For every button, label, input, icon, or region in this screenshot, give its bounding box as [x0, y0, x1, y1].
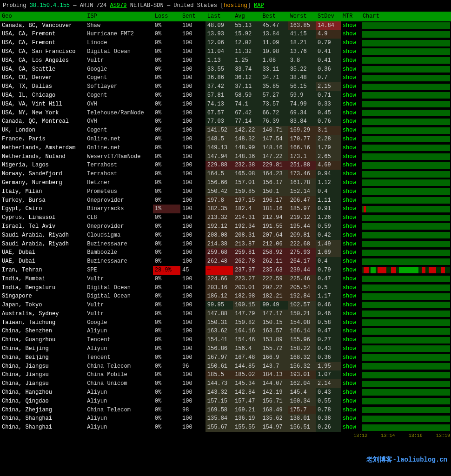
- chart-cell: [361, 344, 451, 353]
- mtr-show-link[interactable]: show: [341, 327, 361, 336]
- loss-cell: 0%: [153, 379, 180, 388]
- isp-cell: Tencent: [85, 336, 153, 344]
- mtr-show-link[interactable]: show: [341, 414, 361, 423]
- geo-cell: Canada, BC, Vancouver: [0, 21, 85, 30]
- mtr-show-link[interactable]: show: [341, 82, 361, 91]
- isp-cell: Hurricane FMT2: [85, 30, 153, 39]
- mtr-show-link[interactable]: show: [341, 161, 361, 170]
- isp-cell: Terrahost: [85, 170, 153, 178]
- loss-cell: 0%: [153, 117, 180, 126]
- mtr-show-link[interactable]: show: [341, 73, 361, 82]
- avg-cell: 150.82: [233, 318, 260, 327]
- sent-cell: 100: [180, 65, 206, 74]
- geo-cell: Saudi Arabia, Riyadh: [0, 240, 85, 249]
- mtr-show-link[interactable]: show: [341, 117, 361, 126]
- col-avg[interactable]: Avg: [233, 12, 260, 21]
- mtr-show-link[interactable]: show: [341, 231, 361, 240]
- worst-cell: 168.32: [288, 353, 316, 362]
- col-geo[interactable]: Geo: [0, 12, 85, 21]
- mtr-show-link[interactable]: show: [341, 336, 361, 344]
- last-cell: 203.16: [206, 284, 233, 292]
- col-worst[interactable]: Worst: [288, 12, 316, 21]
- mtr-show-link[interactable]: show: [341, 205, 361, 213]
- mtr-show-link[interactable]: show: [341, 344, 361, 353]
- mtr-show-link[interactable]: show: [341, 318, 361, 327]
- mtr-show-link[interactable]: show: [341, 370, 361, 379]
- best-cell: 235.63: [260, 266, 288, 275]
- table-row: China, JiangsuChina Telecom0%96150.61144…: [0, 362, 451, 371]
- mtr-show-link[interactable]: show: [341, 388, 361, 397]
- isp-cell: Vultr: [85, 310, 153, 318]
- mtr-show-link[interactable]: show: [341, 240, 361, 249]
- loss-cell: 28.9%: [153, 266, 180, 275]
- mtr-show-link[interactable]: show: [341, 213, 361, 222]
- worst-cell: 152.14: [288, 187, 316, 196]
- mtr-show-link[interactable]: show: [341, 248, 361, 257]
- sent-cell: 100: [180, 213, 206, 222]
- col-best[interactable]: Best: [260, 12, 288, 21]
- table-row: Australia, SydneyVultr0%100147.88147.791…: [0, 310, 451, 318]
- mtr-show-link[interactable]: show: [341, 56, 361, 65]
- mtr-show-link[interactable]: show: [341, 170, 361, 178]
- mtr-show-link[interactable]: show: [341, 109, 361, 118]
- mtr-show-link[interactable]: show: [341, 284, 361, 292]
- geo-cell: UK, London: [0, 126, 85, 135]
- mtr-show-link[interactable]: show: [341, 266, 361, 275]
- mtr-show-link[interactable]: show: [341, 292, 361, 301]
- mtr-show-link[interactable]: show: [341, 275, 361, 284]
- col-last[interactable]: Last: [206, 12, 233, 21]
- mtr-show-link[interactable]: show: [341, 30, 361, 39]
- mtr-show-link[interactable]: show: [341, 135, 361, 144]
- col-chart[interactable]: Chart: [361, 12, 451, 21]
- mtr-show-link[interactable]: show: [341, 178, 361, 187]
- table-row: USA, VA, Vint HillOVH0%10074.1374.173.57…: [0, 100, 451, 109]
- mtr-show-link[interactable]: show: [341, 406, 361, 415]
- mtr-show-link[interactable]: show: [341, 397, 361, 406]
- mtr-show-link[interactable]: show: [341, 47, 361, 56]
- worst-cell: 239.44: [288, 266, 316, 275]
- mtr-show-link[interactable]: show: [341, 65, 361, 74]
- mtr-show-link[interactable]: show: [341, 91, 361, 100]
- chart-cell: [361, 292, 451, 301]
- mtr-show-link[interactable]: show: [341, 126, 361, 135]
- mtr-show-link[interactable]: show: [341, 21, 361, 30]
- mtr-show-link[interactable]: show: [341, 187, 361, 196]
- col-loss[interactable]: Loss: [153, 12, 180, 21]
- isp-cell: Online.net: [85, 135, 153, 144]
- sent-cell: 100: [180, 327, 206, 336]
- table-row: USA, TX, DallasSoftlayer0%10037.4237.113…: [0, 82, 451, 91]
- col-mtr[interactable]: MTR: [341, 12, 361, 21]
- table-row: USA, CA, FremontLinode0%10012.0612.0211.…: [0, 39, 451, 47]
- best-cell: 166.9: [260, 353, 288, 362]
- col-stdev[interactable]: StDev: [316, 12, 341, 21]
- last-cell: 13.93: [206, 30, 233, 39]
- map-link[interactable]: MAP: [254, 2, 264, 9]
- mtr-show-link[interactable]: show: [341, 353, 361, 362]
- table-row: China, ZhejiangChina Telecom0%98169.5816…: [0, 406, 451, 415]
- asn-link[interactable]: AS979: [110, 2, 126, 9]
- isp-cell: Buzinessware: [85, 240, 153, 249]
- mtr-show-link[interactable]: show: [341, 310, 361, 318]
- avg-cell: 185.02: [233, 370, 260, 379]
- loss-cell: 0%: [153, 423, 180, 432]
- last-cell: 214.38: [206, 240, 233, 249]
- mtr-show-link[interactable]: show: [341, 196, 361, 205]
- last-cell: 149.13: [206, 144, 233, 152]
- mtr-show-link[interactable]: show: [341, 423, 361, 432]
- stdev-cell: 0.4: [316, 257, 341, 266]
- mtr-show-link[interactable]: show: [341, 362, 361, 371]
- col-isp[interactable]: ISP: [85, 12, 153, 21]
- mtr-show-link[interactable]: show: [341, 301, 361, 310]
- mtr-show-link[interactable]: show: [341, 222, 361, 231]
- worst-cell: 59.9: [288, 91, 316, 100]
- mtr-show-link[interactable]: show: [341, 144, 361, 152]
- mtr-show-link[interactable]: show: [341, 100, 361, 109]
- best-cell: 148.16: [260, 144, 288, 152]
- isp-cell: Prometeus: [85, 187, 153, 196]
- col-sent[interactable]: Sent: [180, 12, 206, 21]
- mtr-show-link[interactable]: show: [341, 257, 361, 266]
- mtr-show-link[interactable]: show: [341, 39, 361, 47]
- mtr-show-link[interactable]: show: [341, 379, 361, 388]
- stdev-cell: 4.69: [316, 161, 341, 170]
- mtr-show-link[interactable]: show: [341, 152, 361, 161]
